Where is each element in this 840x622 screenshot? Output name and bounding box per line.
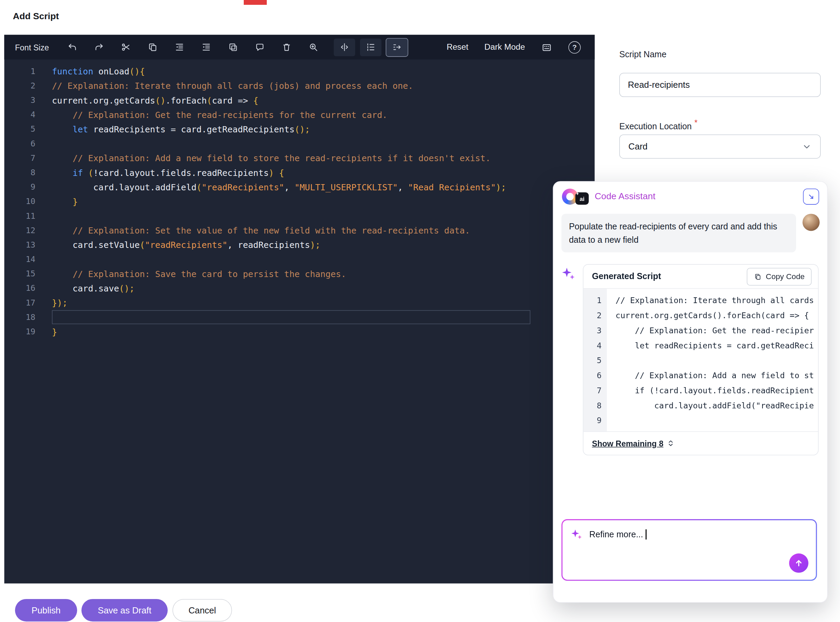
editor-line[interactable]: 8 if (!card.layout.fields.readRecipients… <box>5 166 595 180</box>
editor-line[interactable]: 16 card.save(); <box>5 281 595 296</box>
duplicate-icon[interactable] <box>228 42 239 52</box>
save-as-draft-button[interactable]: Save as Draft <box>82 599 168 622</box>
execution-location-value: Card <box>628 142 648 152</box>
editor-line[interactable]: 2// Explanation: Iterate through all car… <box>5 79 595 93</box>
execution-location-select[interactable]: Card <box>619 134 821 159</box>
cancel-button[interactable]: Cancel <box>172 599 232 622</box>
page-title: Add Script <box>13 11 59 22</box>
publish-button[interactable]: Publish <box>15 599 77 622</box>
line-number: 7 <box>5 151 52 166</box>
script-name-input[interactable] <box>619 73 821 97</box>
redo-icon[interactable] <box>94 42 105 52</box>
send-button[interactable] <box>789 553 808 573</box>
assistant-code-line: 2current.org.getCards().forEach(card => … <box>584 308 818 323</box>
generated-code-block: 1// Explanation: Iterate through all car… <box>584 288 818 431</box>
editor-toolbar: Font Size <box>5 35 595 59</box>
reset-button[interactable]: Reset <box>447 42 468 52</box>
comment-icon[interactable] <box>255 42 265 52</box>
assistant-code-line: 7 if (!card.layout.fields.readRecipient <box>584 383 818 398</box>
view-toggle-group <box>334 38 408 56</box>
outdent-icon[interactable] <box>174 42 185 52</box>
line-number: 6 <box>5 136 52 151</box>
copy-icon <box>754 273 762 281</box>
editor-line[interactable]: 5 let readRecipients = card.getReadRecip… <box>5 122 595 136</box>
merge-lines-icon[interactable] <box>334 38 355 56</box>
refine-text: Refine more... <box>589 529 646 540</box>
line-number: 2 <box>5 79 52 93</box>
line-number: 14 <box>5 252 52 267</box>
generated-script-title: Generated Script <box>592 271 661 281</box>
required-marker: * <box>694 118 697 127</box>
editor-line[interactable]: 7 // Explanation: Add a new field to sto… <box>5 151 595 166</box>
editor-line[interactable]: 19} <box>5 325 595 339</box>
assistant-code-line: 5 <box>584 353 818 368</box>
editor-line[interactable]: 18 <box>5 310 595 325</box>
refine-sparkle-icon <box>570 528 583 543</box>
editor-line[interactable]: 13 card.setValue("readRecipients", readR… <box>5 238 595 252</box>
editor-line[interactable]: 3current.org.getCards().forEach(card => … <box>5 93 595 108</box>
line-numbers-icon[interactable] <box>360 38 382 56</box>
assistant-code-line: 3 // Explanation: Get the read-recipier <box>584 323 818 338</box>
delete-icon[interactable] <box>282 42 292 52</box>
line-number: 15 <box>5 267 52 281</box>
show-remaining-link[interactable]: Show Remaining 8 <box>592 439 663 448</box>
assistant-code-line: 1// Explanation: Iterate through all car… <box>584 293 818 308</box>
line-number: 17 <box>5 296 52 310</box>
editor-line[interactable]: 6 <box>5 136 595 151</box>
line-number: 4 <box>5 108 52 122</box>
refine-input[interactable]: Refine more... <box>563 520 816 579</box>
code-fold-icon[interactable] <box>386 38 408 56</box>
line-number: 11 <box>5 209 52 223</box>
sparkle-icon <box>561 267 575 283</box>
user-avatar <box>803 213 820 231</box>
ai-badge-icon: ✦ai <box>575 192 589 205</box>
line-number: 9 <box>5 180 52 194</box>
assistant-code-line: 9 <box>584 413 818 428</box>
assistant-code-line: 6 // Explanation: Add a new field to st <box>584 368 818 383</box>
line-number: 10 <box>5 194 52 209</box>
copy-code-button[interactable]: Copy Code <box>747 267 811 285</box>
snippet-icon[interactable] <box>541 41 552 53</box>
line-number: 19 <box>5 325 52 339</box>
line-number: 16 <box>5 281 52 296</box>
copy-icon[interactable] <box>148 42 158 52</box>
editor-line[interactable]: 17}); <box>5 296 595 310</box>
chevron-down-icon <box>802 142 811 151</box>
undo-icon[interactable] <box>67 42 78 52</box>
line-number: 5 <box>5 122 52 136</box>
editor-line[interactable]: 10 } <box>5 194 595 209</box>
font-size-control[interactable]: Font Size <box>15 43 49 52</box>
indent-icon[interactable] <box>201 42 212 52</box>
script-name-label: Script Name <box>619 50 666 59</box>
assistant-title: Code Assistant <box>595 191 655 202</box>
editor-line[interactable]: 9 card.layout.addField("readRecipients",… <box>5 180 595 194</box>
code-editor: Font Size <box>5 35 595 584</box>
user-prompt: Populate the read-recipients of every ca… <box>562 213 796 252</box>
line-number: 12 <box>5 224 52 238</box>
collapse-icon[interactable] <box>803 189 819 205</box>
editor-line[interactable]: 11 <box>5 209 595 223</box>
expand-collapse-icon[interactable] <box>667 439 675 447</box>
assistant-header: ✦ai Code Assistant <box>553 182 827 209</box>
record-indicator <box>244 0 267 5</box>
search-code-icon[interactable] <box>308 42 319 52</box>
code-assistant-panel: ✦ai Code Assistant Populate the read-rec… <box>553 181 828 603</box>
arrow-up-icon <box>793 558 804 569</box>
dark-mode-toggle[interactable]: Dark Mode <box>485 42 525 52</box>
editor-line[interactable]: 15 // Explanation: Save the card to pers… <box>5 267 595 281</box>
assistant-code-line: 8 card.layout.addField("readRecipie <box>584 398 818 413</box>
assistant-code-line: 4 let readRecipients = card.getReadReci <box>584 338 818 353</box>
editor-line[interactable]: 1function onLoad(){ <box>5 64 595 79</box>
editor-line[interactable]: 14 <box>5 252 595 267</box>
editor-code-area[interactable]: 1function onLoad(){2// Explanation: Iter… <box>5 59 595 583</box>
editor-line[interactable]: 12 // Explanation: Set the value of the … <box>5 224 595 238</box>
generated-script-card: Generated Script Copy Code 1// Explanati… <box>583 264 819 455</box>
help-icon[interactable]: ? <box>569 41 581 53</box>
cut-icon[interactable] <box>121 42 131 52</box>
refine-input-border: Refine more... <box>562 519 817 581</box>
line-number: 3 <box>5 93 52 108</box>
editor-line[interactable]: 4 // Explanation: Get the read-recipient… <box>5 108 595 122</box>
line-number: 13 <box>5 238 52 252</box>
text-cursor <box>646 529 646 540</box>
user-prompt-row: Populate the read-recipients of every ca… <box>553 209 827 252</box>
